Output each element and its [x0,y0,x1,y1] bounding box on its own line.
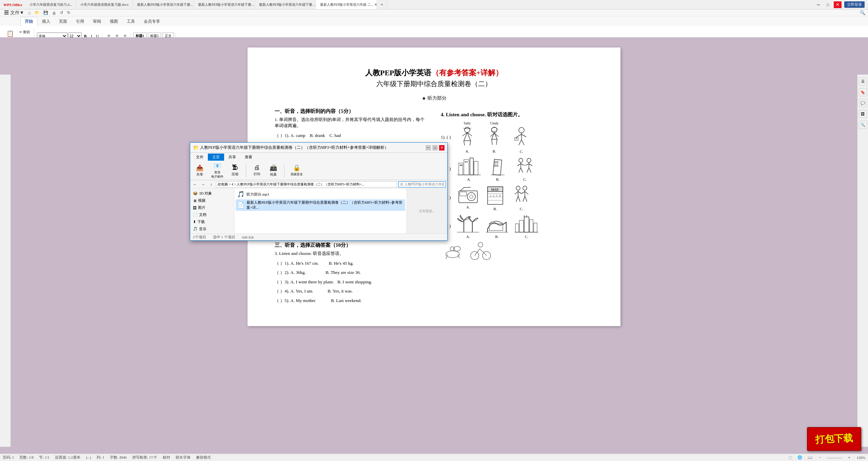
fe-tab-share[interactable]: 共享 [224,154,240,161]
ribbon-tab-review[interactable]: 审阅 [89,17,105,26]
status-pos: 1: 1 [86,456,92,460]
minimize-icon[interactable]: ─ [815,1,822,8]
tab-2[interactable]: 最新人教PEP版小学英语六年级下册... [133,0,194,9]
title-red: （有参考答案+详解） [432,68,503,77]
quick-print[interactable]: 🖨 [51,11,57,15]
zoom-in-btn[interactable]: ＋ [847,455,851,460]
taskbar: WPS Office 小学六年级英语复习练习.d... 小学六年级英语期末复习题… [0,0,868,9]
fe-path-bar[interactable]: 此电脑 > 4 > 人教PEP版小学英语六年级下册期中综合质量检测卷（二）（含听… [216,181,397,187]
status-font: 联矢字体 [176,455,191,460]
svg-rect-66 [465,161,466,162]
fe-fax-btn[interactable]: 📠 传真 [267,163,280,178]
listen-row-2: 2). ( ) [441,156,593,181]
undo-btn[interactable]: ↺ [59,11,64,15]
fe-sidebar-pictures[interactable]: 🖼 图片 [190,204,234,211]
view-mode-read[interactable]: 📖 [808,455,812,460]
fe-zip-label: 压缩 [232,172,238,177]
quick-open[interactable]: 📁 [33,11,41,15]
ribbon-tab-ref[interactable]: 引用 [72,17,88,26]
listen-opt-4a: A. [457,214,479,239]
svg-text:1: 1 [490,194,491,197]
fe-sidebar-3d[interactable]: 📦 3D 对象 [190,190,234,197]
fe-file-mp3[interactable]: 🎵 听力部分.mp3 [236,190,405,199]
fe-ribbon: 文件 主页 共享 查看 📤 共享 📧 发送电子邮件 🗜 压缩 🖨 打印 [190,153,447,180]
print-icon: 🖨 [254,164,260,171]
fe-search-input[interactable] [398,181,446,187]
fe-forward-btn[interactable]: → [200,181,206,188]
quick-new[interactable]: □ [27,11,32,15]
login-button[interactable]: 立即登录 [844,1,865,8]
ribbon-tab-page[interactable]: 页面 [55,17,71,26]
tab-1[interactable]: 小学六年级英语期末复习题.docx [76,0,133,9]
fe-sidebar-downloads[interactable]: ⬇ 下载 [190,218,234,225]
fe-count: 2个项目 [193,235,206,240]
ribbon-tab-view[interactable]: 视图 [106,17,122,26]
svg-point-52 [519,127,524,133]
view-mode-print[interactable]: ⬚ [789,455,792,460]
svg-rect-127 [534,223,537,232]
download-button[interactable]: 打包下载 [807,427,861,451]
fe-tab-view[interactable]: 查看 [240,154,257,161]
fe-file-doc[interactable]: 📄 最新人教PEP版小学英语六年级下册期中综合质量检测卷（二）（含听力MP3+听… [236,199,405,211]
tab-0[interactable]: 小学六年级英语复习练习.d... [25,0,76,9]
fe-back-btn[interactable]: ← [192,181,198,188]
svg-line-109 [518,196,520,202]
fe-maximize-btn[interactable]: □ [432,145,438,151]
fe-print-btn[interactable]: 🖨 打印 [250,163,264,177]
listen-opts-1: Sally [457,121,532,154]
fe-title-text: 人教PEP版小学英语六年级下册期中综合质量检测卷（二）（含听力MP3+听力材料+… [200,145,424,151]
tab-new[interactable]: + [377,0,387,9]
fe-security-btn[interactable]: 🔒 高级安全 [289,163,305,177]
ribbon-tab-tools[interactable]: 工具 [123,17,139,26]
svg-line-54 [517,134,521,137]
fe-sidebar-docs[interactable]: 📄 文档 [190,211,234,218]
rp-btn-1[interactable]: ☰ [859,77,867,85]
listen-opt-1a: Sally [457,121,477,153]
right-panel: ☰ 🔖 💬 🖼 🔍 [857,75,868,447]
tab-5-active[interactable]: 最新人教PEP版小学英语六年级 二... ✕ [316,0,377,9]
search-icon[interactable]: 🔍 [857,10,868,16]
ribbon-tab-insert[interactable]: 插入 [38,17,54,26]
fe-minimize-btn[interactable]: ─ [426,145,431,151]
svg-line-83 [526,164,529,165]
redo-btn[interactable]: ↻ [66,11,72,15]
maximize-icon[interactable]: □ [825,2,831,7]
svg-point-104 [516,186,520,190]
fe-email-btn[interactable]: 📧 发送电子邮件 [209,161,225,180]
tab-3[interactable]: 最新人教PEP版小学英语六年级下册... [194,0,255,9]
fe-up-btn[interactable]: ↑ [208,181,215,188]
fe-tab-file[interactable]: 文件 [192,154,208,161]
fe-share-btn[interactable]: 📤 共享 [193,163,206,178]
fe-zip-btn[interactable]: 🗜 压缩 [228,163,242,177]
listen-opts-3: A. MAY 1 2 [457,184,532,211]
ribbon-tab-vip[interactable]: 会员专享 [140,17,164,26]
rp-btn-2[interactable]: 🔖 [859,88,867,96]
view-mode-web[interactable]: 🌐 [797,455,802,460]
section-title-text: 听力部分 [428,95,447,101]
rp-btn-5[interactable]: 🔍 [859,121,867,129]
fe-close-btn[interactable]: ✕ [439,145,445,151]
rp-btn-3[interactable]: 💬 [859,99,867,107]
status-page: 页码: 1 [3,455,14,460]
fe-tab-home[interactable]: 主页 [208,154,224,161]
q3-5: （ ）5). A. My mother B. Last weekend. [275,297,427,304]
fe-toolbar: 📤 共享 📧 发送电子邮件 🗜 压缩 🖨 打印 📠 传真 🔒 [190,161,447,180]
tab-4[interactable]: 最新人教PEP版小学英语六年级下册... [255,0,316,9]
svg-line-42 [470,128,471,129]
svg-rect-65 [461,165,462,166]
audio-file-icon: 🎵 [237,191,244,198]
quick-save[interactable]: 💾 [42,11,50,15]
fe-sidebar-music[interactable]: 🎵 音乐 [190,225,234,233]
zoom-slider[interactable]: ———— [827,456,842,460]
svg-line-46 [470,141,471,145]
fe-sidebar: 📦 3D 对象 🖥 视频 🖼 图片 📄 文档 ⬇ 下载 🎵 音乐 [190,188,234,234]
rp-btn-4[interactable]: 🖼 [859,110,867,118]
listen-opt-2a: A. [457,156,481,181]
cut-btn[interactable]: ✂ 剪切 [17,29,33,36]
fe-sidebar-videos[interactable]: 🖥 视频 [190,197,234,204]
ribbon-tab-start[interactable]: 开始 [20,17,37,26]
file-explorer-window: 📁 人教PEP版小学英语六年级下册期中综合质量检测卷（二）（含听力MP3+听力材… [190,142,448,241]
hamburger-menu[interactable]: ☰ 文件▼ [3,10,25,16]
zoom-out-btn[interactable]: － [818,455,822,460]
close-icon[interactable]: ✕ [834,1,842,8]
